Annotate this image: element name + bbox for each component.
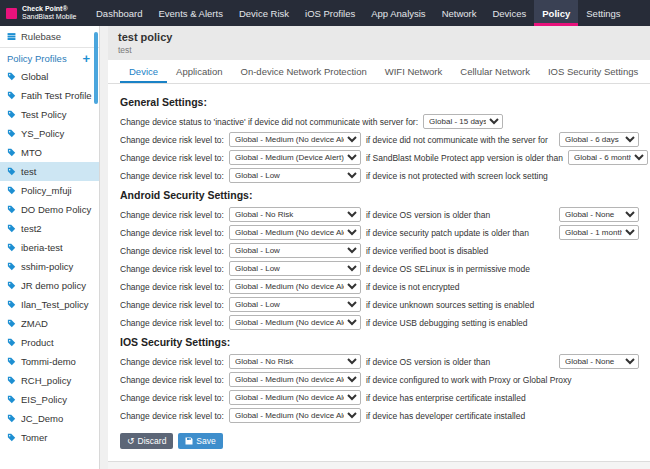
risk-level-select[interactable]: Global - No Risk: [229, 354, 361, 369]
risk-level-select[interactable]: Global - Low: [229, 243, 361, 258]
sidebar-item-zmad[interactable]: ZMAD: [0, 314, 99, 333]
sidebar-item-policy-mfuji[interactable]: Policy_mfuji: [0, 181, 99, 200]
profile-list: GlobalFatih Test ProfileTest PolicyYS_Po…: [0, 67, 99, 447]
sidebar-item-iberia-test[interactable]: iberia-test: [0, 238, 99, 257]
sidebar-item-label: Test Policy: [21, 109, 66, 120]
nav-item-ios-profiles[interactable]: iOS Profiles: [297, 0, 363, 26]
sidebar-item-eis-policy[interactable]: EIS_Policy: [0, 390, 99, 409]
condition-label: if device unknown sources setting is ena…: [366, 300, 534, 310]
risk-level-select[interactable]: Global - Medium (No device Alert): [229, 372, 361, 387]
sidebar-item-rulebase[interactable]: Rulebase: [0, 26, 99, 48]
condition-label: if device configured to work with Proxy …: [366, 375, 572, 385]
sidebar-item-jr-demo-policy[interactable]: JR demo policy: [0, 276, 99, 295]
tag-icon: [7, 338, 16, 347]
setting-row: Change device risk level to:Global - Low…: [120, 243, 650, 258]
risk-level-select[interactable]: Global - Medium (No device Alert): [229, 279, 361, 294]
risk-level-select[interactable]: Global - Low: [229, 168, 361, 183]
app: Check Point® SandBlast Mobile DashboardE…: [0, 0, 650, 469]
sidebar-item-tommi-demo[interactable]: Tommi-demo: [0, 352, 99, 371]
sidebar-item-label: iberia-test: [21, 242, 63, 253]
condition-value-select[interactable]: Global - None: [559, 207, 639, 222]
sidebar-item-do-demo-policy[interactable]: DO Demo Policy: [0, 200, 99, 219]
risk-level-select[interactable]: Global - Medium (Device Alert): [229, 150, 361, 165]
condition-value-select[interactable]: Global - 6 months: [568, 150, 648, 165]
tab-on-device-network-protection[interactable]: On-device Network Protection: [232, 60, 376, 83]
sidebar-item-label: Tomer: [21, 432, 47, 443]
topnav: Check Point® SandBlast Mobile DashboardE…: [0, 0, 650, 26]
nav-item-network[interactable]: Network: [434, 0, 485, 26]
tag-icon: [7, 262, 16, 271]
setting-label: Change device risk level to:: [120, 300, 224, 310]
tab-cellular-network[interactable]: Cellular Network: [451, 60, 539, 83]
sidebar-item-label: Fatih Test Profile: [21, 90, 92, 101]
setting-label: Change device risk level to:: [120, 210, 224, 220]
tag-icon: [7, 72, 16, 81]
sidebar-item-ilan-test-policy[interactable]: Ilan_Test_policy: [0, 295, 99, 314]
page-header: test policy test: [108, 26, 650, 60]
sidebar-item-ys-policy[interactable]: YS_Policy: [0, 124, 99, 143]
policy-profiles-label: Policy Profiles: [7, 53, 67, 64]
brand: Check Point® SandBlast Mobile: [0, 0, 88, 26]
sidebar-item-test-policy[interactable]: Test Policy: [0, 105, 99, 124]
setting-row: Change device status to 'inactive' if de…: [120, 114, 650, 129]
nav-item-settings[interactable]: Settings: [578, 0, 628, 26]
sidebar-item-label: Policy_mfuji: [21, 185, 72, 196]
sidebar-item-label: JR demo policy: [21, 280, 86, 291]
sidebar-item-sshim-policy[interactable]: sshim-policy: [0, 257, 99, 276]
risk-level-select[interactable]: Global - Medium (No device Alert): [229, 132, 361, 147]
sidebar-item-global[interactable]: Global: [0, 67, 99, 86]
setting-label: Change device risk level to:: [120, 246, 224, 256]
condition-value-select[interactable]: Global - None: [559, 354, 639, 369]
sidebar-item-product[interactable]: Product: [0, 333, 99, 352]
risk-level-select[interactable]: Global - Low: [229, 261, 361, 276]
setting-row: Change device risk level to:Global - No …: [120, 207, 650, 222]
sidebar-scrollbar-thumb[interactable]: [94, 32, 98, 104]
nav-item-policy[interactable]: Policy: [534, 0, 578, 26]
sidebar-item-test2[interactable]: test2: [0, 219, 99, 238]
actions-bar: ↺ Discard Save: [120, 433, 650, 449]
sidebar-item-label: ZMAD: [21, 318, 48, 329]
nav-item-devices[interactable]: Devices: [484, 0, 534, 26]
save-button[interactable]: Save: [178, 433, 222, 449]
sidebar-item-tomer[interactable]: Tomer: [0, 428, 99, 447]
sidebar-item-label: Global: [21, 71, 48, 82]
body: Rulebase Policy Profiles + GlobalFatih T…: [0, 26, 650, 469]
nav-item-events-alerts[interactable]: Events & Alerts: [150, 0, 230, 26]
sidebar-item-jc-demo[interactable]: JC_Demo: [0, 409, 99, 428]
tag-icon: [7, 319, 16, 328]
discard-button[interactable]: ↺ Discard: [120, 433, 173, 449]
risk-level-select[interactable]: Global - Low: [229, 297, 361, 312]
add-profile-button[interactable]: +: [80, 54, 92, 64]
risk-level-select[interactable]: Global - Medium (No device Alert): [229, 225, 361, 240]
sidebar-item-fatih-test-profile[interactable]: Fatih Test Profile: [0, 86, 99, 105]
discard-label: Discard: [138, 436, 167, 446]
tab-ios-security-settings[interactable]: IOS Security Settings: [539, 60, 647, 83]
sidebar-item-label: YS_Policy: [21, 128, 64, 139]
risk-level-select[interactable]: Global - Medium (No device Alert): [229, 315, 361, 330]
tab-wifi-network[interactable]: WIFI Network: [376, 60, 452, 83]
nav-item-dashboard[interactable]: Dashboard: [88, 0, 150, 26]
condition-value-select[interactable]: Global - 1 months: [559, 225, 639, 240]
sidebar-item-mto[interactable]: MTO: [0, 143, 99, 162]
section-title: IOS Security Settings:: [120, 336, 650, 348]
setting-row: Change device risk level to:Global - Med…: [120, 132, 650, 147]
save-icon: [185, 437, 193, 445]
sidebar-item-test[interactable]: test: [0, 162, 99, 181]
tag-icon: [7, 224, 16, 233]
brand-product: SandBlast Mobile: [22, 13, 76, 21]
nav-item-device-risk[interactable]: Device Risk: [231, 0, 297, 26]
risk-level-select[interactable]: Global - Medium (No device Alert): [229, 390, 361, 405]
risk-level-select[interactable]: Global - No Risk: [229, 207, 361, 222]
setting-label: Change device risk level to:: [120, 393, 224, 403]
tab-device[interactable]: Device: [120, 60, 167, 83]
sidebar-item-label: Ilan_Test_policy: [21, 299, 89, 310]
sidebar-item-rch-policy[interactable]: RCH_policy: [0, 371, 99, 390]
tab-application[interactable]: Application: [167, 60, 231, 83]
sidebar-item-label: test: [21, 166, 36, 177]
section-general-settings: General Settings:Change device status to…: [120, 96, 650, 183]
condition-value-select[interactable]: Global - 6 days: [559, 132, 639, 147]
sidebar-item-label: JC_Demo: [21, 413, 63, 424]
risk-level-select[interactable]: Global - Medium (No device Alert): [229, 408, 361, 423]
status-duration-select[interactable]: Global - 15 days: [423, 114, 503, 129]
nav-item-app-analysis[interactable]: App Analysis: [363, 0, 433, 26]
